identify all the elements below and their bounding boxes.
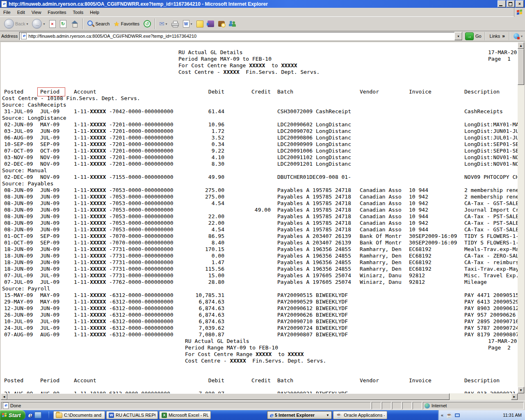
col-header-credit: Credit	[229, 89, 271, 95]
forward-button[interactable]: → ▾	[30, 17, 47, 31]
taskbar-button-oracle[interactable]: ☕ Oracle Applications - FIN...	[333, 411, 387, 419]
cell-period: SEP-09	[40, 141, 59, 147]
cell-period: AUG-09	[40, 331, 59, 338]
taskbar-button-word[interactable]: W RU ACTUALS REPORT D...	[106, 411, 158, 419]
cell-batch: Payables A 195785 24718	[277, 213, 351, 219]
start-button[interactable]: Start	[0, 410, 25, 420]
stop-button[interactable]: ×	[47, 17, 58, 31]
page-header-right: Page 1	[488, 56, 511, 62]
mail-button[interactable]: ✉ ▾	[157, 17, 169, 31]
cell-account: 1-11-XXXXX -7053-0000-000000000	[74, 226, 173, 233]
search-button[interactable]: Search	[85, 17, 112, 31]
page-header-text: RU Actual GL Details	[185, 338, 249, 344]
links-button[interactable]: Links »	[488, 30, 507, 42]
history-button[interactable]: ↺	[142, 17, 153, 31]
cell-account: 1-11-XXXXX -7731-0000-000000000	[74, 266, 173, 272]
edit-with-word-button[interactable]: W ▾	[181, 17, 194, 31]
group-caret-icon: ▼	[326, 413, 329, 417]
menu-edit[interactable]: Edit	[14, 9, 28, 16]
cell-vendor: Bank Of Montr	[360, 233, 402, 239]
favorites-button[interactable]: ★ Favorites	[112, 17, 142, 31]
cell-period: JUN-09	[40, 213, 59, 219]
cell-batch: PAY20090529 BIWEEKLYDF	[277, 299, 348, 305]
horizontal-scrollbar-thumb[interactable]	[7, 393, 450, 400]
mail-dropdown-icon[interactable]: ▾	[166, 22, 167, 26]
cell-posted: 08-JUN-09	[4, 187, 33, 193]
address-dropdown-button[interactable]: ▾	[454, 32, 462, 40]
col-header-vendor: Vendor	[360, 89, 379, 95]
cell-account: 1-11-XXXXX -7053-0000-000000000	[74, 213, 173, 219]
refresh-button[interactable]: ↻	[58, 17, 68, 31]
back-icon: ←	[4, 19, 14, 29]
address-label: Address	[1, 34, 18, 39]
menu-file[interactable]: File	[0, 9, 14, 16]
taskbar-button-explorer[interactable]: C:\Documents and Settin...	[53, 411, 105, 419]
cell-description: Journal Import Cr	[464, 207, 518, 213]
taskbar-button-ie-group[interactable]: e 5 Internet Explorer ▼	[267, 411, 332, 419]
menu-view[interactable]: View	[28, 9, 45, 16]
links-chevron-icon: »	[502, 33, 505, 39]
print-button[interactable]	[169, 17, 181, 31]
cell-vendor: Canadian Asso	[360, 213, 402, 219]
scroll-down-button[interactable]: ▼	[518, 387, 524, 393]
taskbar-button-label: RU ACTUALS REPORT D...	[116, 413, 155, 418]
cell-batch: PAY20090724 BIWEEKLYDF	[277, 325, 348, 331]
menu-help[interactable]: Help	[87, 9, 103, 16]
standard-toolbar: ← Back ▾ → ▾ × ↻ Search ★ Favorites ↺ ✉ …	[0, 17, 525, 31]
home-button[interactable]	[68, 17, 81, 31]
extra-tool-icon	[208, 21, 214, 27]
report-line: Period Range MAY-09 to FEB-10Page 1	[1, 56, 518, 62]
vertical-scrollbar-thumb[interactable]	[518, 49, 524, 85]
back-button[interactable]: ← Back ▾	[2, 17, 30, 31]
messenger-button[interactable]	[227, 17, 238, 31]
vertical-scrollbar[interactable]	[518, 42, 524, 393]
col-header-vendor: Vendor	[360, 377, 379, 383]
favorites-label: Favorites	[121, 21, 139, 26]
scroll-left-button[interactable]: ◄	[1, 393, 7, 400]
cell-debit: 86.95	[175, 233, 224, 239]
quick-launch-icon-2[interactable]	[34, 412, 41, 418]
cell-description: LongDist:NOV01-NO	[464, 154, 518, 160]
report-line: PostedPeriodAccountDebitCreditBatchVendo…	[1, 89, 518, 95]
cell-description: PAY 4471 20090515	[464, 292, 518, 298]
tray-chevron-icon[interactable]: «	[441, 413, 443, 418]
address-input[interactable]: e http://finuweb.admin.ryerson.ca:8005/O…	[19, 32, 463, 40]
restore-button[interactable]	[507, 0, 515, 7]
back-dropdown-icon[interactable]: ▾	[26, 22, 28, 26]
address-extra-icon	[514, 33, 519, 39]
cell-period: NOV-09	[40, 154, 59, 160]
scroll-up-button[interactable]: ▲	[518, 42, 524, 49]
cell-posted: 02-JUN-09	[4, 121, 33, 128]
forward-dropdown-icon[interactable]: ▾	[43, 22, 45, 26]
quick-launch-ie-icon[interactable]: e	[28, 411, 32, 419]
menu-tools[interactable]: Tools	[70, 9, 87, 16]
cell-posted: 12-JUN-09	[4, 305, 33, 311]
minimize-button[interactable]	[498, 0, 506, 7]
cell-description: CashReceipts	[464, 108, 503, 114]
tray-network-icon[interactable]	[455, 413, 460, 417]
page-header-right: 17-MAR-20	[488, 338, 517, 344]
tray-java-icon[interactable]: ☕	[446, 412, 452, 418]
menu-favorites[interactable]: Favorites	[44, 9, 69, 16]
edit-dropdown-icon[interactable]: ▾	[191, 22, 192, 26]
report-line: 31-JUL-09JUL-091-11-XXXXX -7042-0000-000…	[1, 108, 518, 115]
discuss-button[interactable]	[194, 17, 205, 31]
taskbar-button-excel[interactable]: X Microsoft Excel - RU ACT...	[159, 411, 211, 419]
cell-debit: 10,785.31	[175, 292, 224, 298]
address-page-icon: e	[21, 33, 27, 39]
cell-posted: 07-JUL-09	[4, 272, 33, 278]
cell-period: JUN-09	[40, 128, 59, 134]
go-button[interactable]: → Go	[464, 30, 482, 42]
cell-debit: 7,039.62	[175, 325, 224, 331]
extra-tool-button-1[interactable]	[205, 17, 216, 31]
cell-batch: Payables A 196356 24855	[277, 246, 351, 252]
research-button[interactable]	[216, 17, 227, 31]
taskbar-button-label: 5 Internet Explorer	[275, 413, 315, 418]
cell-account: 1-11-XXXXX -6312-0000-000000000	[74, 318, 173, 324]
cell-account: 1-11-XXXXX -7070-0000-000000000	[74, 233, 173, 239]
cell-debit: 49.90	[175, 174, 224, 180]
address-extra-button[interactable]: ▾	[512, 30, 524, 42]
close-button[interactable]: ×	[516, 0, 524, 7]
scroll-right-button[interactable]: ►	[511, 393, 518, 400]
address-extra-dropdown-icon[interactable]: ▾	[521, 34, 523, 38]
